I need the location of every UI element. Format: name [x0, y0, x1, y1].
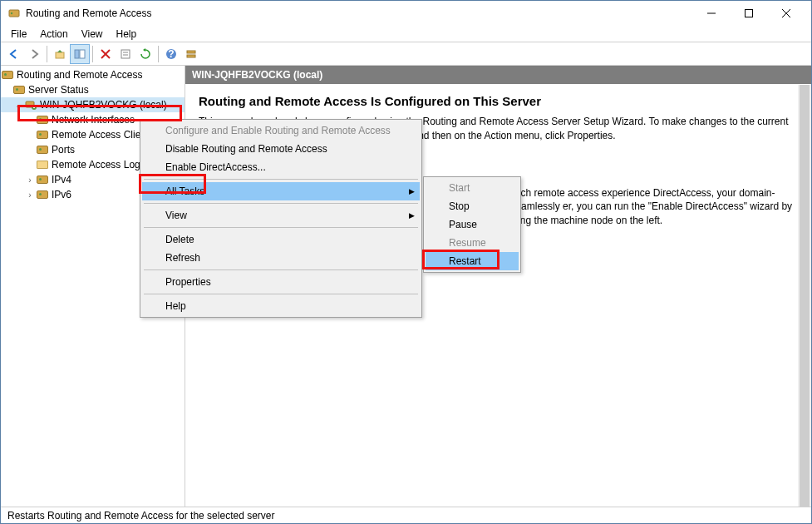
submenu-arrow-icon: ▶: [409, 187, 415, 195]
tree-label: IPv6: [52, 189, 71, 200]
svg-rect-3: [745, 10, 752, 17]
ctx-start: Start: [426, 179, 519, 197]
context-submenu-tasks: Start Stop Pause Resume Restart: [423, 176, 521, 273]
show-hide-tree-button[interactable]: [70, 44, 90, 64]
ctx-view[interactable]: View▶: [142, 206, 420, 225]
ctx-pause[interactable]: Pause: [426, 215, 519, 234]
server-icon: [36, 114, 49, 126]
ctx-delete[interactable]: Delete: [142, 230, 420, 249]
help-button[interactable]: ?: [161, 44, 181, 64]
ctx-all-tasks[interactable]: All Tasks▶: [142, 182, 420, 200]
tree-label: Remote Access Clients: [52, 129, 154, 141]
status-text: Restarts Routing and Remote Access for t…: [7, 510, 275, 522]
server-icon: [36, 189, 49, 200]
tree-label: Server Status: [28, 84, 89, 96]
ctx-enable-directaccess[interactable]: Enable DirectAccess...: [142, 158, 420, 176]
window-title: Routing and Remote Access: [26, 7, 692, 19]
expand-icon[interactable]: ›: [24, 175, 36, 185]
menu-file[interactable]: File: [4, 27, 33, 42]
context-menu-server: Configure and Enable Routing and Remote …: [140, 119, 422, 318]
svg-rect-7: [75, 50, 79, 58]
server-icon: [36, 174, 49, 185]
app-icon: [7, 7, 21, 20]
up-button[interactable]: [50, 44, 70, 64]
content-title: Routing and Remote Access Is Configured …: [199, 94, 798, 108]
ctx-stop[interactable]: Stop: [426, 197, 519, 215]
forward-button[interactable]: [24, 44, 44, 64]
title-bar: Routing and Remote Access: [1, 1, 811, 26]
properties-button[interactable]: [116, 44, 135, 64]
server-icon: [36, 129, 49, 141]
svg-rect-11: [121, 50, 130, 58]
ctx-restart[interactable]: Restart: [426, 252, 519, 270]
delete-button[interactable]: [96, 44, 116, 64]
ctx-refresh[interactable]: Refresh: [142, 249, 420, 267]
server-icon: [1, 69, 14, 81]
ctx-disable[interactable]: Disable Routing and Remote Access: [142, 140, 420, 158]
svg-rect-16: [187, 51, 195, 53]
minimize-button[interactable]: [692, 1, 730, 26]
menu-action[interactable]: Action: [33, 27, 74, 42]
svg-rect-17: [187, 55, 195, 57]
server-icon: [12, 84, 26, 96]
menu-view[interactable]: View: [75, 27, 110, 42]
tree-server-status[interactable]: Server Status: [1, 82, 185, 97]
svg-point-1: [11, 12, 12, 14]
svg-point-19: [32, 105, 37, 110]
submenu-arrow-icon: ▶: [409, 211, 415, 220]
toolbar: ?: [1, 42, 811, 66]
svg-rect-8: [80, 50, 85, 58]
folder-icon: [36, 159, 49, 171]
refresh-button[interactable]: [135, 44, 155, 64]
tree-root-label: Routing and Remote Access: [17, 69, 142, 81]
tree-label: Network Interfaces: [52, 114, 135, 126]
svg-text:?: ?: [168, 48, 174, 60]
ctx-help[interactable]: Help: [142, 297, 420, 315]
svg-rect-6: [56, 52, 64, 58]
tree-label: Ports: [52, 144, 75, 156]
ctx-properties[interactable]: Properties: [142, 273, 420, 291]
tree-server-node[interactable]: ⌄ WIN-JQHFB2VOCKG (local): [1, 97, 185, 112]
collapse-icon[interactable]: ⌄: [12, 101, 24, 110]
ctx-resume: Resume: [426, 234, 519, 252]
server-icon: [24, 99, 37, 111]
content-header: WIN-JQHFB2VOCKG (local): [185, 66, 811, 84]
services-button[interactable]: [181, 44, 201, 64]
vertical-scrollbar[interactable]: [798, 85, 811, 507]
expand-icon[interactable]: ›: [24, 190, 36, 200]
status-bar: Restarts Routing and Remote Access for t…: [1, 507, 811, 523]
tree-root[interactable]: Routing and Remote Access: [1, 67, 185, 82]
server-icon: [36, 144, 49, 156]
tree-label: IPv4: [52, 174, 71, 185]
back-button[interactable]: [4, 44, 24, 64]
menu-bar: File Action View Help: [1, 26, 811, 42]
menu-help[interactable]: Help: [110, 27, 144, 42]
close-button[interactable]: [767, 1, 805, 26]
tree-label: WIN-JQHFB2VOCKG (local): [40, 99, 167, 111]
maximize-button[interactable]: [730, 1, 767, 26]
ctx-configure: Configure and Enable Routing and Remote …: [142, 121, 420, 140]
